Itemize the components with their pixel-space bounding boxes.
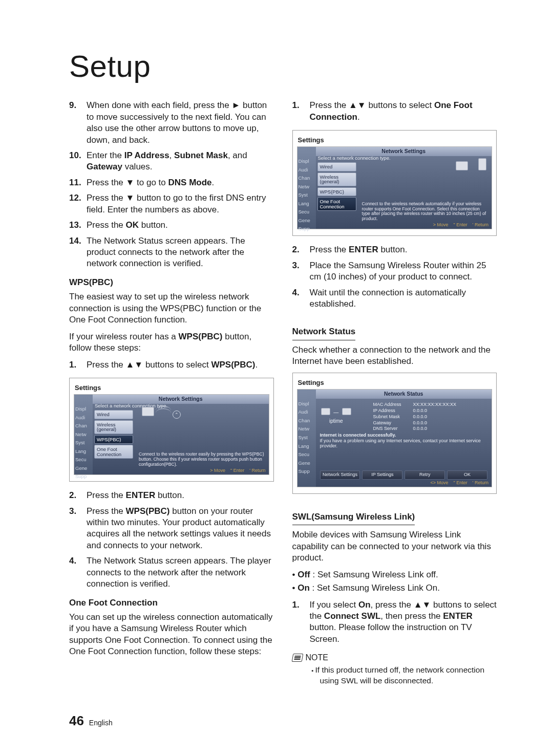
osd-subtitle: Network Status	[316, 390, 492, 399]
one-foot-intro: You can set up the wireless connection a…	[69, 612, 274, 658]
page-number: 46	[69, 713, 84, 728]
osd-menu: WiredWireless (general)WPS(PBC)One Foot …	[93, 409, 135, 468]
note-label: NOTE	[306, 652, 328, 663]
steps-ip-setup: 9.When done with each field, press the ►…	[69, 100, 274, 270]
osd-menu-item[interactable]: One Foot Connection	[317, 197, 356, 211]
step-item: 2.Press the ENTER button.	[292, 244, 497, 255]
step-item: 2.Press the ENTER button.	[69, 490, 274, 501]
osd-sidebar: DisplAudiChanNetwSystLangSecuGeneSupp	[297, 147, 316, 229]
osd-one-foot: Settings DisplAudiChanNetwSystLangSecuGe…	[292, 130, 497, 236]
osd-menu-item[interactable]: Wireless (general)	[94, 420, 133, 434]
osd-menu-item[interactable]: WPS(PBC)	[94, 435, 133, 444]
heading-one-foot: One Foot Connection	[69, 597, 274, 609]
step-item: 1.Press the ▲▼ buttons to select One Foo…	[292, 100, 497, 123]
bullet-item: Off : Set Samsung Wireless Link off.	[292, 569, 497, 580]
wps-intro-2: If your wireless router has a WPS(PBC) b…	[69, 331, 274, 354]
status-rows: MAC AddressXX:XX:XX:XX:XX:XXIP Address0.…	[373, 402, 457, 432]
osd-menu-item[interactable]: One Foot Connection	[94, 445, 133, 459]
step-item: 10.Enter the IP Address, Subnet Mask, an…	[69, 150, 274, 173]
wps-steps-post: 2.Press the ENTER button.3.Press the WPS…	[69, 490, 274, 590]
osd-button[interactable]: Retry	[405, 470, 445, 480]
osd-network-status: Settings DisplAudiChanNetwSystLangSecuGe…	[292, 373, 497, 494]
osd-footer: <> Move" Enter' Return	[426, 480, 488, 486]
step-item: 4.Wait until the connection is automatic…	[292, 287, 497, 310]
ap-name: — iptime	[321, 408, 352, 424]
osd-button[interactable]: Network Settings	[320, 470, 360, 480]
osd-menu: WiredWireless (general)WPS(PBC)One Foot …	[316, 161, 358, 223]
page-footer: 46 English	[69, 712, 113, 729]
osd-button[interactable]: IP Settings	[362, 470, 402, 480]
osd-sidebar: DisplAudiChanNetwSystLangSecuGeneSupp	[74, 395, 93, 474]
osd-sidebar: DisplAudiChanNetwSystLangSecuGeneSupp	[297, 390, 316, 487]
osd-help: Connect to the wireless router easily by…	[139, 452, 266, 467]
one-foot-steps-pre: 1.Press the ▲▼ buttons to select One Foo…	[292, 100, 497, 123]
status-buttons: Network SettingsIP SettingsRetryOK	[320, 470, 488, 480]
osd-graphic	[365, 158, 487, 182]
osd-menu-item[interactable]: Wired	[94, 410, 133, 419]
osd-wps-pbc: Settings DisplAudiChanNetwSystLangSecuGe…	[69, 378, 274, 482]
one-foot-steps-post: 2.Press the ENTER button.3.Place the Sam…	[292, 244, 497, 310]
page-language: English	[89, 719, 113, 727]
step-item: 11.Press the ▼ to go to DNS Mode.	[69, 177, 274, 188]
step-item: 13.Press the OK button.	[69, 220, 274, 231]
osd-footer: > Move" Enter' Return	[428, 222, 488, 228]
swl-intro: Mobile devices with Samsung Wireless Lin…	[292, 529, 497, 564]
osd-title: Settings	[293, 135, 497, 146]
step-item: 14.The Network Status screen appears. Th…	[69, 235, 274, 270]
note-icon	[291, 654, 303, 662]
osd-button[interactable]: OK	[447, 470, 487, 480]
left-column: 9.When done with each field, press the ►…	[69, 100, 274, 686]
osd-title: Settings	[70, 382, 273, 394]
wps-steps-pre: 1.Press the ▲▼ buttons to select WPS(PBC…	[69, 359, 274, 371]
heading-swl: SWL(Samsung Wireless Link)	[292, 511, 415, 525]
step-item: 3.Press the WPS(PBC) button on your rout…	[69, 506, 274, 552]
osd-footer: > Move" Enter' Return	[205, 468, 265, 474]
status-message: Internet is connected successfully. If y…	[320, 433, 488, 449]
step-item: 4.The Network Status screen appears. The…	[69, 555, 274, 590]
step-item: 1.If you select On, press the ▲▼ buttons…	[292, 599, 497, 645]
osd-menu-item[interactable]: WPS(PBC)	[317, 187, 356, 197]
notes-list: If this product turned off, the network …	[292, 665, 497, 686]
step-item: 1.Press the ▲▼ buttons to select WPS(PBC…	[69, 359, 274, 371]
heading-wps-pbc: WPS(PBC)	[69, 277, 274, 288]
network-status-intro: Check whether a connection to the networ…	[292, 344, 497, 368]
osd-graphic: ⌃	[142, 406, 264, 429]
wps-intro-1: The easiest way to set up the wireless n…	[69, 291, 274, 326]
osd-help: Connect to the wireless network automati…	[362, 202, 489, 222]
step-item: 9.When done with each field, press the ►…	[69, 100, 274, 146]
bullet-item: On : Set Samsung Wireless Link On.	[292, 582, 497, 594]
step-item: 12.Press the ▼ button to go to the first…	[69, 192, 274, 215]
heading-network-status: Network Status	[292, 326, 356, 340]
swl-bullets: Off : Set Samsung Wireless Link off.On :…	[292, 569, 497, 594]
swl-steps: 1.If you select On, press the ▲▼ buttons…	[292, 599, 497, 645]
page-title: Setup	[69, 46, 497, 87]
note-item: If this product turned off, the network …	[312, 665, 497, 686]
osd-menu-item[interactable]: Wired	[317, 162, 356, 171]
right-column: 1.Press the ▲▼ buttons to select One Foo…	[292, 100, 497, 686]
step-item: 3.Place the Samsung Wireless Router with…	[292, 260, 497, 283]
osd-menu-item[interactable]: Wireless (general)	[317, 172, 356, 186]
osd-title: Settings	[293, 377, 497, 389]
